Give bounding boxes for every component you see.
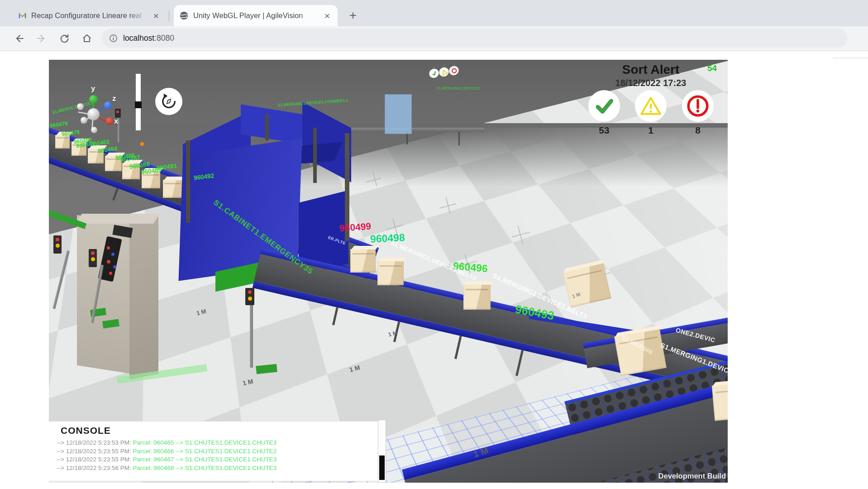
structure-post <box>186 140 190 223</box>
console-panel: CONSOLE --> 12/18/2022 5:23:53 PM: Parce… <box>49 422 378 481</box>
signal-head <box>53 235 62 254</box>
parcel-box-edge <box>712 382 728 421</box>
panel-red-light <box>107 260 110 264</box>
unity-webgl-canvas[interactable]: 960476 960478 960480 960481 960483 96048… <box>49 60 728 483</box>
zoom-slider-handle[interactable] <box>135 101 142 108</box>
tab-title: Unity WebGL Player | AgileVision <box>193 11 318 20</box>
parcel-box <box>463 284 491 310</box>
reload-icon[interactable] <box>57 31 72 46</box>
console-log-line: --> 12/18/2022 5:23:55 PM: Parcel: 96046… <box>57 447 378 456</box>
axis-gizmo[interactable]: y z x <box>67 73 135 141</box>
console-scrollbar[interactable] <box>378 420 386 483</box>
conveyor-leg <box>112 188 119 201</box>
parcel-box <box>350 249 376 273</box>
gizmo-sphere[interactable] <box>81 117 87 124</box>
home-icon[interactable] <box>80 31 94 46</box>
status-ok-count: 53 <box>588 125 620 136</box>
structure-post <box>265 114 269 140</box>
gmail-icon <box>18 12 27 19</box>
signal-head <box>89 249 97 267</box>
gizmo-sphere[interactable] <box>77 103 84 110</box>
globe-icon <box>179 11 189 20</box>
sort-alert-counter: 54 <box>707 63 717 73</box>
cabinet-top-face <box>76 214 160 224</box>
console-log-line: --> 12/18/2022 5:23:55 PM: Parcel: 96046… <box>57 455 378 464</box>
parcel-label-alert: 960499 <box>339 221 372 234</box>
status-error-count: 8 <box>682 125 714 136</box>
tab-gmail-recap[interactable]: Recap Configuratore Lineare real × <box>13 5 167 26</box>
tab-title: Recap Configuratore Lineare real <box>31 11 147 20</box>
status-ok-icon[interactable] <box>588 90 620 122</box>
tab-strip: Recap Configuratore Lineare real × Unity… <box>0 0 868 26</box>
browser-toolbar: localhost:8080 <box>0 26 868 51</box>
parcel-box <box>377 261 404 285</box>
zone-label: S1.MERGING1.DEVICE1.FORMER3.1 <box>277 98 348 108</box>
structure-post <box>313 128 317 183</box>
close-icon[interactable]: × <box>322 10 332 21</box>
reset-rotation-icon <box>159 92 178 111</box>
zone-label: S1.MERGING1.DEVICE2 <box>436 86 480 91</box>
axis-label-y: y <box>91 84 95 93</box>
sort-alert-title: Sort Alert <box>576 62 725 77</box>
console-log-line: --> 12/18/2022 5:23:56 PM: Parcel: 96046… <box>57 464 378 473</box>
tab-unity-webgl[interactable]: Unity WebGL Player | AgileVision × <box>174 5 338 26</box>
gizmo-center-sphere <box>87 108 100 120</box>
gizmo-x-sphere[interactable] <box>106 117 114 125</box>
signal-head <box>245 288 254 305</box>
url-text[interactable]: localhost:8080 <box>123 34 174 43</box>
axis-label-z: z <box>112 94 116 103</box>
toolbar-divider <box>0 51 868 51</box>
panel-blue-light <box>111 253 114 256</box>
zoom-slider[interactable] <box>136 74 141 130</box>
parcel-box <box>163 180 182 198</box>
signal-pole-tall <box>250 304 253 368</box>
gizmo-sphere[interactable] <box>91 127 97 133</box>
reset-view-button[interactable] <box>155 88 182 115</box>
console-log-line: --> 12/18/2022 5:23:53 PM: Parcel: 96046… <box>57 439 378 447</box>
gizmo-z-sphere[interactable] <box>104 101 112 109</box>
status-warning-icon[interactable] <box>635 90 667 122</box>
axis-label-x: x <box>114 117 118 126</box>
console-scrollbar-thumb[interactable] <box>379 455 385 480</box>
coin-warning-icon <box>438 66 451 78</box>
sort-alert-panel: Sort Alert 54 18/12/2022 17:23 <box>576 62 725 88</box>
panel-red-light <box>107 246 110 249</box>
sort-alert-datetime: 18/12/2022 17:23 <box>576 78 725 88</box>
status-warning-count: 1 <box>635 125 667 136</box>
panel-blue-light <box>113 265 116 268</box>
page-scroll-hint <box>833 58 868 58</box>
beacon-orange-light <box>140 142 144 146</box>
console-title: CONSOLE <box>61 425 378 436</box>
browser-window: Recap Configuratore Lineare real × Unity… <box>0 0 868 489</box>
conveyor-leg <box>458 132 460 145</box>
coin-ok-icon <box>428 67 441 80</box>
status-error-icon[interactable] <box>682 90 714 122</box>
address-bar[interactable]: localhost:8080 <box>102 29 848 48</box>
gizmo-y-sphere[interactable] <box>89 95 98 104</box>
back-icon[interactable] <box>12 31 26 46</box>
close-icon[interactable]: × <box>151 10 161 21</box>
forward-icon[interactable] <box>34 31 49 46</box>
cabinet-side-face <box>129 216 158 379</box>
blue-gate-panel <box>385 94 412 134</box>
cabinet-front-face <box>77 215 130 374</box>
new-tab-button[interactable]: + <box>345 7 361 24</box>
development-build-label: Development Build <box>658 472 726 480</box>
info-icon[interactable] <box>109 34 118 43</box>
panel-red-light <box>109 272 112 275</box>
coin-error-icon <box>448 64 461 77</box>
tab-separator <box>169 10 169 21</box>
